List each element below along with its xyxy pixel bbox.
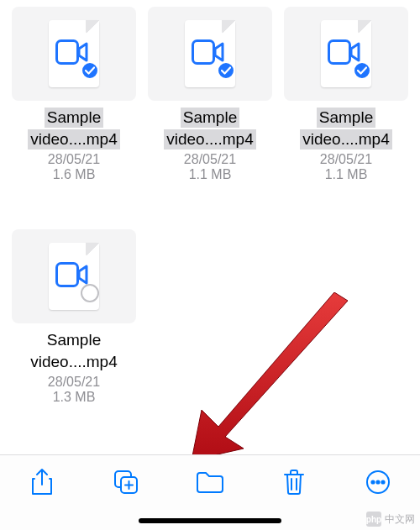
file-name-line2: video....mp4 [28, 352, 120, 372]
file-name-line1: Sample [181, 108, 239, 128]
file-grid: Sample video....mp4 28/05/21 1.6 MB Samp… [0, 0, 420, 452]
watermark: php 中文网 [366, 512, 415, 527]
file-item[interactable]: Sample video....mp4 28/05/21 1.1 MB [284, 7, 408, 182]
folder-icon [196, 470, 224, 494]
move-button[interactable] [190, 465, 230, 499]
file-name-line1: Sample [45, 108, 103, 128]
file-date: 28/05/21 [48, 152, 100, 167]
duplicate-button[interactable] [106, 465, 146, 499]
svg-rect-1 [193, 41, 214, 64]
more-icon [365, 470, 391, 495]
svg-rect-0 [57, 41, 78, 64]
file-date: 28/05/21 [184, 152, 236, 167]
share-icon [30, 468, 54, 496]
file-size: 1.6 MB [53, 167, 96, 182]
file-name-line1: Sample [317, 108, 375, 128]
svg-rect-3 [57, 264, 78, 286]
file-item[interactable]: Sample video....mp4 28/05/21 1.3 MB [12, 229, 136, 405]
video-file-icon [55, 262, 92, 291]
file-date: 28/05/21 [320, 152, 372, 167]
bottom-toolbar [0, 454, 420, 530]
home-indicator[interactable] [139, 518, 281, 523]
selection-check-icon [81, 61, 99, 80]
selection-empty-icon [81, 284, 99, 302]
svg-rect-2 [329, 41, 350, 64]
file-size: 1.1 MB [325, 167, 368, 182]
file-thumbnail [12, 229, 136, 323]
watermark-text: 中文网 [385, 512, 415, 527]
video-file-icon [192, 39, 228, 68]
selection-check-icon [217, 61, 235, 80]
file-thumbnail [284, 7, 408, 101]
file-thumbnail [12, 7, 136, 101]
video-file-icon [55, 39, 92, 68]
file-name-line2: video....mp4 [28, 129, 120, 150]
more-button[interactable] [358, 465, 398, 499]
svg-point-9 [376, 480, 379, 483]
file-item[interactable]: Sample video....mp4 28/05/21 1.6 MB [12, 7, 136, 182]
duplicate-icon [113, 470, 139, 495]
trash-icon [282, 469, 306, 496]
watermark-logo: php [366, 512, 381, 527]
selection-check-icon [353, 61, 371, 80]
file-name-line2: video....mp4 [164, 129, 256, 150]
file-date: 28/05/21 [48, 375, 100, 390]
file-name-line1: Sample [45, 330, 103, 350]
svg-point-8 [371, 480, 374, 483]
delete-button[interactable] [274, 465, 314, 499]
file-item[interactable]: Sample video....mp4 28/05/21 1.1 MB [148, 7, 272, 182]
svg-point-10 [381, 480, 384, 483]
video-file-icon [328, 39, 365, 68]
share-button[interactable] [22, 465, 62, 499]
file-size: 1.1 MB [189, 167, 232, 182]
file-name-line2: video....mp4 [300, 129, 392, 150]
file-size: 1.3 MB [53, 390, 96, 405]
file-thumbnail [148, 7, 272, 101]
